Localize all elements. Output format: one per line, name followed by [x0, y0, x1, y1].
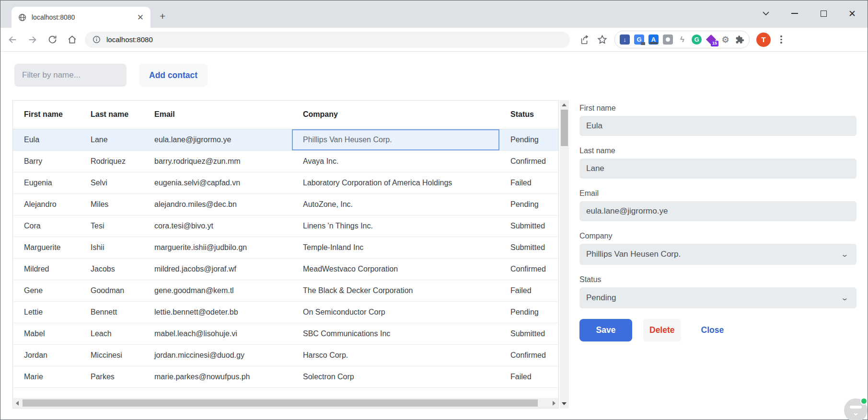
cell-first[interactable]: Marie	[13, 366, 80, 387]
column-header-status[interactable]: Status	[499, 101, 558, 129]
home-icon[interactable]	[67, 34, 77, 45]
last-name-field[interactable]	[579, 159, 856, 179]
cell-first[interactable]: Eula	[13, 129, 80, 150]
cell-email[interactable]: mabel.leach@lisohuje.vi	[143, 323, 292, 344]
cell-last[interactable]: Lane	[80, 129, 143, 150]
lightning-extension-icon[interactable]: ϟ	[677, 34, 687, 45]
cell-company[interactable]: Temple-Inland Inc	[292, 237, 499, 258]
new-tab-icon[interactable]: +	[160, 11, 165, 21]
minimize-button[interactable]	[790, 9, 799, 18]
forward-icon[interactable]	[27, 34, 38, 45]
table-row[interactable]: CoraTesicora.tesi@bivo.ytLinens 'n Thing…	[13, 215, 558, 237]
settings-gear-extension-icon[interactable]: ⚙	[720, 34, 730, 45]
cell-last[interactable]: Jacobs	[80, 258, 143, 280]
delete-button[interactable]: Delete	[643, 319, 681, 341]
cell-status[interactable]: Pending	[499, 129, 558, 150]
cell-company[interactable]: AutoZone, Inc.	[292, 193, 499, 215]
cell-first[interactable]: Alejandro	[13, 193, 80, 215]
scroll-left-icon[interactable]	[16, 401, 19, 406]
share-icon[interactable]	[579, 34, 590, 45]
cell-company[interactable]: The Black & Decker Corporation	[292, 280, 499, 301]
camera-extension-icon[interactable]	[663, 34, 673, 45]
cell-email[interactable]: jordan.miccinesi@duod.gy	[143, 344, 292, 366]
close-window-button[interactable]: ✕	[847, 9, 857, 18]
cell-email[interactable]: eugenia.selvi@capfad.vn	[143, 172, 292, 193]
cell-company[interactable]: Laboratory Corporation of America Holdin…	[292, 172, 499, 193]
address-bar[interactable]: localhost:8080	[85, 32, 570, 48]
vertical-scrollbar[interactable]	[560, 100, 569, 409]
input-tools-extension-icon[interactable]: A	[648, 34, 659, 45]
cell-last[interactable]: Leach	[80, 323, 143, 344]
cell-email[interactable]: marie.parkes@nowufpus.ph	[143, 366, 292, 387]
cell-email[interactable]: mildred.jacobs@joraf.wf	[143, 258, 292, 280]
cell-status[interactable]: Submitted	[499, 237, 558, 258]
honey-extension-icon[interactable]: 15	[706, 34, 716, 45]
url-text[interactable]: localhost:8080	[106, 35, 153, 44]
bookmark-star-icon[interactable]	[597, 34, 608, 45]
horizontal-scrollbar[interactable]	[13, 398, 558, 408]
cell-company[interactable]: MeadWestvaco Corporation	[292, 258, 499, 280]
cell-company[interactable]: Linens 'n Things Inc.	[292, 215, 499, 237]
profile-avatar[interactable]: T	[756, 33, 771, 47]
back-icon[interactable]	[7, 34, 18, 45]
table-row[interactable]: MabelLeachmabel.leach@lisohuje.viSBC Com…	[13, 323, 558, 344]
cell-first[interactable]: Eugenia	[13, 172, 80, 193]
filter-input[interactable]	[14, 64, 127, 87]
cell-status[interactable]: Pending	[499, 301, 558, 323]
cell-status[interactable]: Failed	[499, 172, 558, 193]
table-row[interactable]: AlejandroMilesalejandro.miles@dec.bnAuto…	[13, 193, 558, 215]
browser-tab[interactable]: localhost:8080 ✕	[12, 7, 150, 28]
column-header-first-name[interactable]: First name	[13, 101, 80, 129]
maximize-button[interactable]	[819, 9, 828, 18]
cell-company[interactable]: Avaya Inc.	[292, 150, 499, 172]
cell-last[interactable]: Ishii	[80, 237, 143, 258]
horizontal-scroll-thumb[interactable]	[23, 399, 538, 407]
cell-first[interactable]: Mabel	[13, 323, 80, 344]
table-row[interactable]: MarieParkesmarie.parkes@nowufpus.phSolec…	[13, 366, 558, 387]
cell-company[interactable]: On Semiconductor Corp	[292, 301, 499, 323]
email-field[interactable]	[579, 201, 856, 221]
tab-close-icon[interactable]: ✕	[137, 13, 144, 22]
cell-status[interactable]: Failed	[499, 280, 558, 301]
cell-first[interactable]: Jordan	[13, 344, 80, 366]
first-name-field[interactable]	[579, 116, 856, 136]
column-header-email[interactable]: Email	[143, 101, 292, 129]
cell-first[interactable]: Gene	[13, 280, 80, 301]
column-header-company[interactable]: Company	[292, 101, 499, 129]
save-button[interactable]: Save	[579, 319, 632, 341]
cell-first[interactable]: Barry	[13, 150, 80, 172]
close-button[interactable]: Close	[701, 319, 724, 341]
cell-last[interactable]: Bennett	[80, 301, 143, 323]
table-row[interactable]: MildredJacobsmildred.jacobs@joraf.wfMead…	[13, 258, 558, 280]
cell-status[interactable]: Confirmed	[499, 258, 558, 280]
vue-devtools-badge[interactable]: ⌄	[844, 398, 868, 420]
cell-email[interactable]: alejandro.miles@dec.bn	[143, 193, 292, 215]
cell-email[interactable]: marguerite.ishii@judbilo.gn	[143, 237, 292, 258]
cell-status[interactable]: Confirmed	[499, 344, 558, 366]
info-icon[interactable]	[93, 35, 101, 44]
cell-email[interactable]: lettie.bennett@odeter.bb	[143, 301, 292, 323]
cell-email[interactable]: barry.rodriquez@zun.mm	[143, 150, 292, 172]
cell-company[interactable]: Harsco Corp.	[292, 344, 499, 366]
cell-email[interactable]: gene.goodman@kem.tl	[143, 280, 292, 301]
grammarly-extension-icon[interactable]: G	[692, 34, 702, 45]
cell-status[interactable]: Confirmed	[499, 150, 558, 172]
cell-email[interactable]: cora.tesi@bivo.yt	[143, 215, 292, 237]
table-row[interactable]: MargueriteIshiimarguerite.ishii@judbilo.…	[13, 237, 558, 258]
table-row[interactable]: JordanMiccinesijordan.miccinesi@duod.gyH…	[13, 344, 558, 366]
cell-last[interactable]: Goodman	[80, 280, 143, 301]
reload-icon[interactable]	[47, 34, 58, 45]
extensions-puzzle-icon[interactable]	[735, 35, 744, 45]
table-row[interactable]: EugeniaSelvieugenia.selvi@capfad.vnLabor…	[13, 172, 558, 193]
table-row[interactable]: EulaLaneeula.lane@jigrormo.yePhillips Va…	[13, 129, 558, 150]
cell-last[interactable]: Miles	[80, 193, 143, 215]
tab-search-chevron-icon[interactable]	[761, 9, 771, 18]
cell-last[interactable]: Tesi	[80, 215, 143, 237]
cell-first[interactable]: Marguerite	[13, 237, 80, 258]
cell-status[interactable]: Submitted	[499, 215, 558, 237]
cell-email[interactable]: eula.lane@jigrormo.ye	[143, 129, 292, 150]
browser-menu-icon[interactable]	[777, 34, 785, 45]
company-select[interactable]: Phillips Van Heusen Corp. ⌄	[579, 244, 856, 265]
cell-first[interactable]: Cora	[13, 215, 80, 237]
cell-first[interactable]: Lettie	[13, 301, 80, 323]
